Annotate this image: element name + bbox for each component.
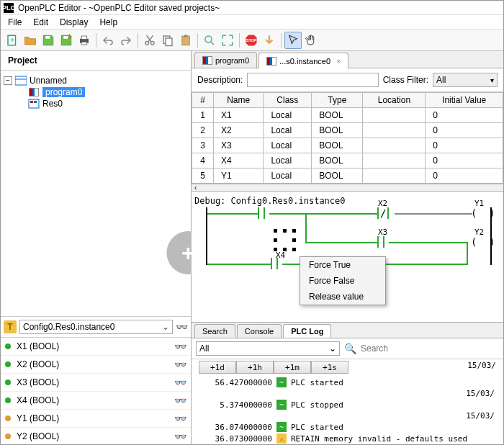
variable-row[interactable]: X2 (BOOL) 👓: [1, 356, 191, 374]
variable-name: X2 (BOOL): [17, 359, 174, 369]
search-icon: 🔍: [344, 343, 356, 354]
svg-rect-19: [30, 101, 33, 103]
project-tree[interactable]: − Unnamed program0 Res0: [1, 71, 191, 316]
status-dot: [5, 379, 11, 385]
fullscreen-button[interactable]: [219, 32, 236, 49]
paste-button[interactable]: [177, 32, 194, 49]
debug-icon[interactable]: 👓: [176, 321, 188, 333]
svg-rect-16: [15, 76, 27, 85]
print-button[interactable]: [76, 32, 93, 49]
description-input[interactable]: [247, 73, 378, 87]
time-buttons: +1d+1h+1m+1s15/03/: [192, 359, 503, 375]
grid-header[interactable]: Type: [312, 93, 363, 108]
pointer-button[interactable]: [284, 32, 302, 49]
menu-release-value[interactable]: Release value: [300, 289, 385, 305]
watch-icon[interactable]: 👓: [174, 359, 186, 370]
editor-tab[interactable]: ...s0.instance0×: [258, 53, 348, 68]
tree-toggle-root[interactable]: −: [4, 76, 12, 85]
undo-button[interactable]: [99, 32, 117, 49]
class-filter-select[interactable]: All: [433, 73, 498, 87]
warn-icon: ⚠: [276, 433, 287, 444]
variable-name: Y1 (BOOL): [17, 413, 174, 423]
tab-console[interactable]: Console: [237, 324, 282, 338]
class-filter-label: Class Filter:: [383, 75, 428, 85]
stop-button[interactable]: STOP: [243, 32, 260, 49]
log-line: 56.427000000~PLC started: [192, 377, 503, 388]
variable-row[interactable]: Y1 (BOOL) 👓: [1, 410, 191, 428]
menu-help[interactable]: Help: [94, 16, 123, 29]
grid-header[interactable]: Location: [363, 93, 426, 108]
saveas-button[interactable]: [58, 32, 75, 49]
status-dot: [5, 397, 11, 403]
close-icon[interactable]: ×: [336, 57, 341, 66]
watch-icon[interactable]: 👓: [174, 377, 186, 388]
variable-row[interactable]: X4 (BOOL) 👓: [1, 392, 191, 410]
log-line: 5.374000000~PLC stopped: [192, 399, 503, 410]
program-icon: [28, 87, 40, 97]
variable-name: Y2 (BOOL): [17, 431, 174, 441]
menu-force-false[interactable]: Force False: [300, 273, 385, 289]
watch-icon[interactable]: 👓: [174, 413, 186, 424]
description-row: Description: Class Filter: All: [192, 68, 503, 92]
new-button[interactable]: +: [4, 32, 21, 49]
log-line: 15/03/: [192, 410, 503, 421]
cut-button[interactable]: [141, 32, 158, 49]
grid-header[interactable]: Name: [214, 93, 264, 108]
watch-icon[interactable]: 👓: [174, 395, 186, 406]
instance-select[interactable]: Config0.Res0.instance0: [19, 320, 173, 334]
context-menu: Force True Force False Release value: [300, 256, 386, 305]
time-button[interactable]: +1s: [311, 361, 348, 374]
variable-row[interactable]: X1 (BOOL) 👓: [1, 338, 191, 356]
grid-row[interactable]: 1X1LocalBOOL0: [192, 108, 503, 123]
open-button[interactable]: [22, 32, 39, 49]
save-button[interactable]: [40, 32, 57, 49]
selection-handles[interactable]: [274, 229, 297, 252]
grid-row[interactable]: 5Y1LocalBOOL0: [192, 168, 503, 184]
tab-plclog[interactable]: PLC Log: [283, 324, 331, 338]
instance-type-icon: T: [4, 320, 17, 333]
svg-rect-10: [166, 38, 172, 46]
program-icon: [202, 56, 212, 65]
tree-item-res0[interactable]: Res0: [42, 99, 63, 109]
download-button[interactable]: [261, 32, 278, 49]
grid-header[interactable]: #: [192, 93, 214, 108]
right-panel: program0...s0.instance0× Description: Cl…: [192, 51, 503, 445]
time-button[interactable]: +1h: [236, 361, 274, 374]
menu-edit[interactable]: Edit: [27, 16, 54, 29]
tab-search[interactable]: Search: [194, 324, 235, 338]
redo-button[interactable]: [117, 32, 135, 49]
grid-header[interactable]: Class: [264, 93, 312, 108]
log-search-input[interactable]: [361, 341, 499, 356]
log-filter-select[interactable]: All: [196, 341, 340, 356]
find-button[interactable]: [201, 32, 218, 49]
svg-point-13: [205, 36, 212, 42]
menu-display[interactable]: Display: [54, 16, 94, 29]
tree-item-program0[interactable]: program0: [42, 87, 85, 97]
tree-root-label[interactable]: Unnamed: [30, 76, 67, 86]
variable-row[interactable]: X3 (BOOL) 👓: [1, 374, 191, 392]
grid-scrollbar[interactable]: [192, 184, 503, 192]
program-icon: [266, 57, 276, 66]
copy-button[interactable]: [159, 32, 176, 49]
time-button[interactable]: +1m: [274, 361, 311, 374]
watch-icon[interactable]: 👓: [174, 431, 186, 442]
menu-force-true[interactable]: Force True: [300, 257, 385, 273]
watch-icon[interactable]: 👓: [174, 341, 186, 352]
grid-row[interactable]: 3X3LocalBOOL0: [192, 138, 503, 153]
log-date: 15/03/: [467, 361, 496, 374]
svg-text:STOP: STOP: [246, 38, 257, 42]
window-title: OpenPLC Editor - ~OpenPLC Editor saved p…: [18, 3, 220, 13]
menu-file[interactable]: File: [2, 16, 27, 29]
svg-rect-18: [29, 99, 39, 108]
grid-header[interactable]: Initial Value: [426, 93, 503, 108]
plc-log-panel: All 🔍 +1d+1h+1m+1s15/03/ 56.427000000~PL…: [192, 338, 503, 445]
grid-row[interactable]: 4X4LocalBOOL0: [192, 153, 503, 168]
editor-tab[interactable]: program0: [194, 52, 257, 68]
grid-row[interactable]: 2X2LocalBOOL0: [192, 123, 503, 138]
variable-row[interactable]: Y2 (BOOL) 👓: [1, 428, 191, 445]
hand-button[interactable]: [302, 32, 320, 49]
svg-rect-5: [81, 36, 87, 40]
variable-grid[interactable]: #NameClassTypeLocationInitial Value1X1Lo…: [192, 92, 503, 184]
instance-select-value: Config0.Res0.instance0: [23, 322, 114, 332]
time-button[interactable]: +1d: [199, 361, 236, 374]
